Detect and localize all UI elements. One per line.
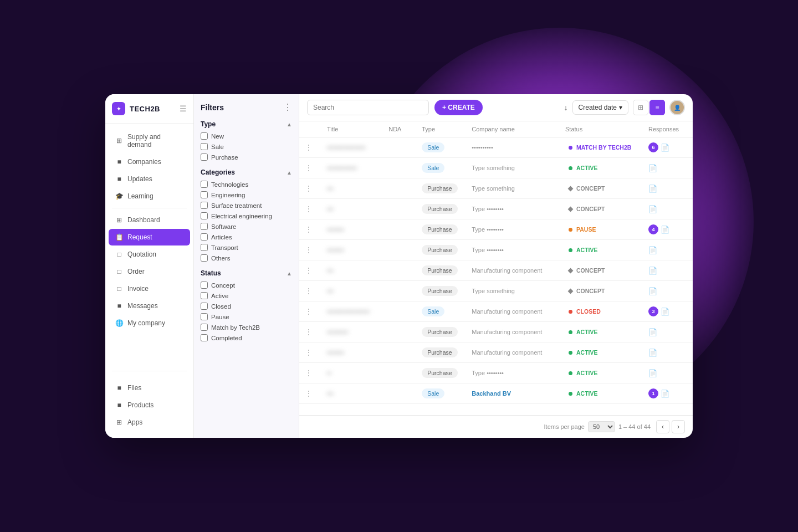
- row-title: ••••••••: [327, 247, 344, 253]
- filter-checkbox-sale[interactable]: [201, 143, 208, 150]
- filter-checkbox-software[interactable]: [201, 223, 208, 230]
- filter-checkbox-purchase[interactable]: [201, 154, 208, 161]
- sidebar-item-request[interactable]: 📋 Request: [109, 229, 190, 245]
- search-input[interactable]: [307, 100, 429, 115]
- sidebar-item-companies[interactable]: ■ Companies: [109, 154, 190, 170]
- row-title: ••••••••••: [327, 329, 349, 335]
- sidebar-item-learning[interactable]: 🎓 Learning: [109, 188, 190, 204]
- row-title: •••: [327, 206, 334, 212]
- filter-checkbox-transport[interactable]: [201, 244, 208, 251]
- filters-menu-button[interactable]: ⋮: [283, 102, 292, 112]
- filter-checkbox-closed[interactable]: [201, 303, 208, 310]
- filter-item-match[interactable]: Match by Tech2B: [201, 324, 292, 331]
- sort-chevron-icon: ▾: [619, 104, 622, 111]
- row-menu-cell: ⋮: [299, 260, 321, 281]
- filter-checkbox-match[interactable]: [201, 324, 208, 331]
- next-page-button[interactable]: ›: [672, 420, 685, 433]
- filter-type-header[interactable]: Type ▲: [201, 120, 292, 128]
- prev-page-button[interactable]: ‹: [656, 420, 669, 433]
- filter-label-engineering: Engineering: [211, 192, 245, 198]
- filter-section-type: Type ▲ New Sale Purchase: [201, 120, 292, 161]
- row-menu-icon[interactable]: ⋮: [305, 328, 316, 336]
- row-menu-icon[interactable]: ⋮: [305, 225, 316, 234]
- sidebar-item-quotation[interactable]: □ Quotation: [109, 246, 190, 263]
- row-menu-icon[interactable]: ⋮: [305, 389, 316, 398]
- sidebar-item-my-company[interactable]: 🌐 My company: [109, 315, 190, 331]
- files-icon: ■: [115, 384, 123, 392]
- sort-icon[interactable]: ↓: [564, 103, 568, 112]
- sidebar-item-updates[interactable]: ■ Updates: [109, 171, 190, 187]
- sidebar-item-files[interactable]: ■ Files: [109, 380, 190, 396]
- filter-item-concept[interactable]: Concept: [201, 282, 292, 289]
- filter-checkbox-active[interactable]: [201, 292, 208, 299]
- row-menu-icon[interactable]: ⋮: [305, 369, 316, 377]
- row-title-cell: •••: [321, 199, 383, 219]
- filter-item-others[interactable]: Others: [201, 254, 292, 262]
- row-menu-icon[interactable]: ⋮: [305, 307, 316, 316]
- filter-checkbox-concept[interactable]: [201, 282, 208, 289]
- filter-item-new[interactable]: New: [201, 132, 292, 140]
- row-menu-icon[interactable]: ⋮: [305, 287, 316, 295]
- filter-item-completed[interactable]: Completed: [201, 334, 292, 341]
- sidebar-item-messages[interactable]: ■ Messages: [109, 298, 190, 314]
- sidebar-item-label: Files: [127, 384, 141, 392]
- filter-checkbox-new[interactable]: [201, 132, 208, 140]
- row-menu-icon[interactable]: ⋮: [305, 245, 316, 254]
- list-view-button[interactable]: ≡: [649, 100, 665, 115]
- sidebar-item-products[interactable]: ■ Products: [109, 397, 190, 413]
- row-menu-icon[interactable]: ⋮: [305, 266, 316, 275]
- sidebar-item-dashboard[interactable]: ⊞ Dashboard: [109, 212, 190, 228]
- filter-checkbox-electrical[interactable]: [201, 212, 208, 219]
- hamburger-icon[interactable]: ☰: [180, 104, 187, 113]
- grid-view-button[interactable]: ⊞: [633, 100, 648, 115]
- filter-item-technologies[interactable]: Technologies: [201, 181, 292, 188]
- filter-checkbox-surface[interactable]: [201, 202, 208, 209]
- top-bar: + CREATE ↓ Created date ▾ ⊞ ≡ 👤: [299, 94, 693, 121]
- filter-checkbox-pause[interactable]: [201, 313, 208, 320]
- row-status-cell: ACTIVE: [560, 342, 643, 363]
- responses-wrap: 4 📄: [648, 224, 687, 234]
- filter-checkbox-engineering[interactable]: [201, 191, 208, 198]
- table-row: ⋮ •••••••• Purchase Type •••••••• PAUSE …: [299, 219, 693, 240]
- sidebar-item-order[interactable]: □ Order: [109, 263, 190, 280]
- row-status-cell: CONCEPT: [560, 260, 643, 281]
- row-type-cell: Purchase: [416, 219, 466, 240]
- sidebar-item-supply-demand[interactable]: ⊞ Supply and demand: [109, 129, 190, 153]
- filter-categories-header[interactable]: Categories ▲: [201, 168, 292, 176]
- filter-checkbox-others[interactable]: [201, 254, 208, 262]
- row-menu-icon[interactable]: ⋮: [305, 184, 316, 193]
- filter-checkbox-completed[interactable]: [201, 334, 208, 341]
- row-menu-icon[interactable]: ⋮: [305, 204, 316, 213]
- filter-item-surface[interactable]: Surface treatment: [201, 202, 292, 209]
- filter-item-electrical[interactable]: Electrical engineering: [201, 212, 292, 219]
- row-menu-icon[interactable]: ⋮: [305, 143, 316, 152]
- row-company-cell: Manufacturing component: [466, 301, 560, 322]
- row-menu-icon[interactable]: ⋮: [305, 348, 316, 357]
- row-company-cell: Type ••••••••: [466, 363, 560, 383]
- filter-item-pause[interactable]: Pause: [201, 313, 292, 320]
- filter-checkbox-articles[interactable]: [201, 233, 208, 241]
- filter-item-sale[interactable]: Sale: [201, 143, 292, 150]
- products-icon: ■: [115, 401, 123, 409]
- filter-item-transport[interactable]: Transport: [201, 244, 292, 251]
- sidebar-item-apps[interactable]: ⊞ Apps: [109, 414, 190, 431]
- create-button[interactable]: + CREATE: [434, 100, 483, 115]
- filter-item-purchase[interactable]: Purchase: [201, 154, 292, 161]
- row-menu-icon[interactable]: ⋮: [305, 163, 316, 172]
- filter-item-articles[interactable]: Articles: [201, 233, 292, 241]
- row-menu-cell: ⋮: [299, 178, 321, 199]
- filter-status-header[interactable]: Status ▲: [201, 269, 292, 277]
- filter-checkbox-technologies[interactable]: [201, 181, 208, 188]
- filter-item-software[interactable]: Software: [201, 223, 292, 230]
- company-name: Type something: [472, 165, 515, 171]
- filter-item-closed[interactable]: Closed: [201, 303, 292, 310]
- sort-dropdown[interactable]: Created date ▾: [572, 100, 628, 115]
- col-company: Company name: [466, 121, 560, 137]
- responses-wrap: 📄: [648, 328, 687, 336]
- filter-item-active[interactable]: Active: [201, 292, 292, 299]
- sidebar-item-invoice[interactable]: □ Invoice: [109, 280, 190, 297]
- avatar[interactable]: 👤: [669, 100, 685, 115]
- row-menu-cell: ⋮: [299, 158, 321, 178]
- page-size-select[interactable]: 50 25 100: [588, 421, 615, 432]
- filter-item-engineering[interactable]: Engineering: [201, 191, 292, 198]
